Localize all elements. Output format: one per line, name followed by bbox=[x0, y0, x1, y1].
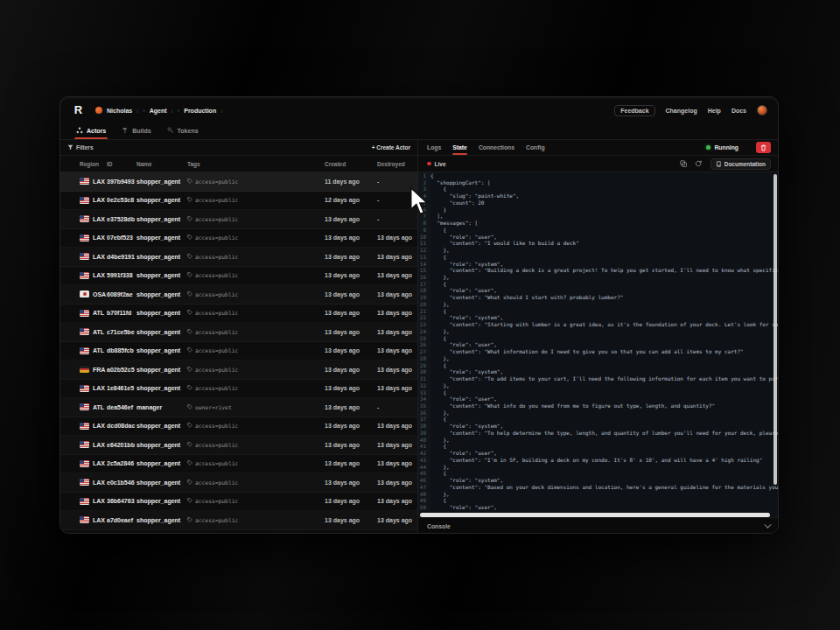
table-row[interactable]: LAXe37528dbshopper_agentaccess=public13 … bbox=[60, 210, 417, 229]
changelog-link[interactable]: Changelog bbox=[666, 108, 697, 114]
table-row[interactable]: LAXe0c1b546shopper_agentaccess=public13 … bbox=[60, 473, 417, 493]
chevron-down-icon[interactable] bbox=[764, 521, 771, 528]
user-avatar[interactable] bbox=[757, 105, 767, 116]
breadcrumb-item-production[interactable]: Production⁝ bbox=[184, 108, 222, 114]
region-code: ATL bbox=[93, 329, 104, 335]
breadcrumb: Nicholas⁝›Agent⁝›Production⁝ bbox=[95, 107, 222, 115]
vertical-scrollbar[interactable] bbox=[774, 174, 777, 485]
region-cell: LAX bbox=[80, 460, 107, 467]
table-row[interactable]: ATLdea546efmanagerowner=rivet13 days ago… bbox=[60, 398, 417, 417]
tag-cell: access=public bbox=[187, 385, 325, 391]
region-code: LAX bbox=[93, 423, 105, 429]
detail-tab-connections[interactable]: Connections bbox=[479, 140, 514, 155]
code-line: 26 "role": "user", bbox=[418, 341, 778, 348]
state-json-viewer[interactable]: 1{2 "shoppingCart": [3 {4 "slug": "paint… bbox=[418, 172, 778, 511]
line-number: 25 bbox=[418, 335, 430, 342]
filters-button[interactable]: Filters bbox=[67, 144, 94, 150]
actor-id: db885fcb bbox=[107, 347, 136, 354]
app-logo[interactable]: R bbox=[71, 103, 85, 117]
breadcrumb-item-agent[interactable]: Agent⁝ bbox=[150, 108, 173, 114]
detail-tab-logs[interactable]: Logs bbox=[427, 140, 441, 155]
table-row[interactable]: LAX397b9493shopper_agentaccess=public11 … bbox=[60, 172, 417, 192]
column-header-destroyed[interactable]: Destroyed bbox=[377, 161, 417, 167]
destroyed-cell: - bbox=[377, 178, 417, 185]
running-status-dot bbox=[706, 145, 710, 150]
line-content: }, bbox=[430, 328, 450, 335]
actors-icon bbox=[76, 127, 83, 135]
tag-text: access=public bbox=[195, 517, 238, 523]
tag-cell: access=public bbox=[187, 234, 325, 241]
line-content: "role": "system", bbox=[430, 423, 503, 430]
feedback-button[interactable]: Feedback bbox=[614, 105, 654, 116]
table-row[interactable]: LAXe64201bbshopper_agentaccess=public13 … bbox=[60, 436, 417, 455]
create-actor-button[interactable]: + Create Actor bbox=[372, 144, 410, 150]
console-bar[interactable]: Console bbox=[418, 518, 778, 534]
table-row[interactable]: ATLb70f11fdshopper_agentaccess=public13 … bbox=[60, 304, 417, 324]
region-code: LAX bbox=[93, 442, 105, 448]
actor-id: 07ebf523 bbox=[107, 234, 136, 241]
book-icon bbox=[716, 161, 722, 167]
table-row[interactable]: LAX1e8461e5shopper_agentaccess=public13 … bbox=[60, 380, 417, 399]
line-content: "role": "user", bbox=[430, 396, 497, 402]
table-row[interactable]: LAX0e2c53c8shopper_agentaccess=public12 … bbox=[60, 192, 417, 211]
line-content: "role": "system", bbox=[430, 314, 503, 321]
line-content: "content": "I would like to build a deck… bbox=[430, 240, 579, 247]
line-content: { bbox=[430, 470, 446, 477]
code-line: 18 "role": "user", bbox=[418, 287, 778, 294]
table-row[interactable]: LAX36b64763shopper_agentaccess=public13 … bbox=[60, 493, 417, 512]
table-row[interactable]: ATLc71ce5beshopper_agentaccess=public13 … bbox=[60, 323, 417, 342]
line-number: 31 bbox=[418, 375, 430, 382]
column-header-region[interactable]: Region bbox=[80, 161, 107, 167]
tag-cell: access=public bbox=[187, 291, 325, 298]
table-row[interactable]: LAXd4be9191shopper_agentaccess=public13 … bbox=[60, 248, 417, 267]
destroyed-cell: 13 days ago bbox=[377, 498, 417, 504]
code-line: 1{ bbox=[418, 172, 778, 179]
refresh-icon[interactable] bbox=[695, 160, 703, 167]
dropdown-caret-icon: ⁝ bbox=[220, 108, 222, 114]
tab-builds[interactable]: Builds bbox=[122, 123, 150, 138]
region-cell: FRA bbox=[80, 366, 107, 373]
line-number: 3 bbox=[418, 186, 430, 192]
table-row[interactable]: LAXdcd08dacshopper_agentaccess=public13 … bbox=[60, 417, 417, 437]
created-cell: 13 days ago bbox=[325, 517, 377, 523]
docs-link[interactable]: Docs bbox=[732, 108, 746, 114]
line-number: 21 bbox=[418, 308, 430, 315]
actor-name: manager bbox=[136, 404, 187, 410]
table-row[interactable]: LAX5991f338shopper_agentaccess=public13 … bbox=[60, 267, 417, 286]
detail-tab-state[interactable]: State bbox=[452, 140, 467, 155]
tab-actors[interactable]: Actors bbox=[76, 123, 106, 138]
tab-tokens[interactable]: Tokens bbox=[167, 123, 199, 138]
help-link[interactable]: Help bbox=[708, 108, 721, 114]
column-header-name[interactable]: Name bbox=[136, 161, 187, 167]
table-row[interactable]: OSA6089f2aeshopper_agentaccess=public13 … bbox=[60, 285, 417, 304]
breadcrumb-item-nicholas[interactable]: Nicholas⁝ bbox=[95, 107, 138, 114]
column-header-id[interactable]: ID bbox=[107, 161, 136, 167]
region-cell: ATL bbox=[80, 328, 107, 335]
table-row[interactable]: FRAa02b52c5shopper_agentaccess=public13 … bbox=[60, 360, 417, 380]
state-subheader: Live Documentation bbox=[418, 155, 778, 172]
tag-text: access=public bbox=[195, 216, 238, 222]
line-content: }, bbox=[430, 274, 450, 281]
code-line: 49 { bbox=[418, 497, 778, 504]
table-row[interactable]: ATLdb885fcbshopper_agentaccess=public13 … bbox=[60, 342, 417, 361]
tag-icon bbox=[187, 423, 192, 429]
actor-name: shopper_agent bbox=[136, 234, 187, 241]
line-number: 37 bbox=[418, 416, 430, 423]
destroy-actor-button[interactable] bbox=[756, 142, 771, 153]
table-row[interactable]: LAXa7d0eaefshopper_agentaccess=public13 … bbox=[60, 511, 417, 530]
column-header-created[interactable]: Created bbox=[325, 161, 377, 167]
actor-name: shopper_agent bbox=[136, 517, 187, 523]
line-content: { bbox=[430, 389, 446, 396]
copy-icon[interactable] bbox=[680, 160, 687, 167]
line-content: { bbox=[430, 308, 446, 315]
column-header-tags[interactable]: Tags bbox=[187, 161, 325, 167]
tag-text: access=public bbox=[195, 442, 238, 448]
us-flag-icon bbox=[80, 347, 89, 354]
destroyed-cell: 13 days ago bbox=[377, 385, 417, 391]
horizontal-scrollbar[interactable] bbox=[420, 513, 770, 517]
code-line: 46 "role": "system", bbox=[418, 477, 778, 484]
table-row[interactable]: LAX2c5a2846shopper_agentaccess=public13 … bbox=[60, 455, 417, 474]
detail-tab-config[interactable]: Config bbox=[526, 140, 545, 155]
table-row[interactable]: LAX07ebf523shopper_agentaccess=public13 … bbox=[60, 229, 417, 248]
documentation-button[interactable]: Documentation bbox=[710, 158, 771, 170]
